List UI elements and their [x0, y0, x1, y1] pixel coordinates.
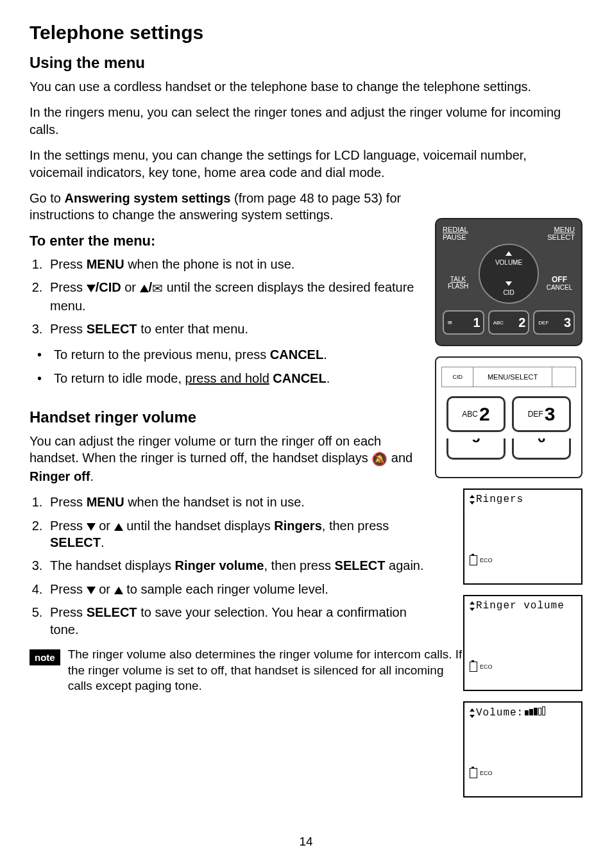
lcd-screen-ringer-volume: Ringer volume ECO	[463, 595, 582, 691]
body-text: You can use a cordless handset or the te…	[30, 78, 582, 95]
battery-icon	[470, 768, 477, 778]
body-text: Go to Answering system settings (from pa…	[30, 190, 421, 224]
key-2: ABC2	[488, 310, 530, 335]
lcd-screen-ringers: Ringers ECO	[463, 488, 582, 585]
up-down-icon	[470, 708, 476, 717]
handset-illustration: REDIALPAUSE MENUSELECT VOLUME CID TALKFL…	[435, 218, 582, 346]
down-arrow-icon	[87, 523, 96, 531]
volume-bars-icon	[525, 706, 545, 715]
battery-icon	[470, 555, 477, 565]
voicemail-icon: ✉	[448, 320, 452, 326]
up-arrow-icon	[140, 285, 149, 292]
illustration-column: REDIALPAUSE MENUSELECT VOLUME CID TALKFL…	[435, 218, 582, 808]
up-down-icon	[470, 495, 476, 504]
body-text: You can adjust the ringer volume or turn…	[30, 433, 421, 485]
note-text: The ringer volume also determines the ri…	[68, 647, 466, 694]
base-key-2: ABC2	[446, 396, 506, 432]
body-text: In the ringers menu, you can select the …	[30, 104, 582, 138]
key-1: ✉1	[443, 310, 484, 335]
page-number: 14	[0, 835, 612, 849]
list-item: The handset displays Ringer volume, then…	[46, 557, 438, 574]
page-title: Telephone settings	[30, 22, 582, 44]
key-3: DEF3	[533, 310, 575, 335]
list-item: Press /CID or /✉ until the screen displa…	[46, 279, 441, 314]
note-badge: note	[30, 649, 60, 665]
no-ringer-icon: 🔕	[371, 451, 387, 467]
base-key-3: DEF3	[512, 396, 571, 432]
step-list: Press MENU when the handset is not in us…	[30, 494, 438, 638]
list-item: Press SELECT to save your selection. You…	[46, 604, 438, 638]
base-key-6: 6	[512, 438, 571, 460]
list-item: Press MENU when the handset is not in us…	[46, 494, 438, 510]
down-arrow-icon	[87, 587, 96, 594]
list-item: Press or to sample each ringer volume le…	[46, 581, 438, 597]
envelope-icon: ✉	[152, 280, 163, 297]
base-key-5: 5	[446, 438, 506, 460]
section-heading: Using the menu	[30, 54, 582, 72]
body-text: In the settings menu, you can change the…	[30, 147, 582, 181]
up-arrow-icon	[114, 523, 123, 531]
down-arrow-icon	[87, 285, 96, 292]
base-illustration: CID MENU/SELECT ABC2 DEF3 5 6	[435, 356, 582, 478]
battery-icon	[470, 662, 477, 672]
list-item: Press or until the handset displays Ring…	[46, 517, 438, 551]
nav-pad-icon: VOLUME CID	[479, 244, 539, 304]
up-arrow-icon	[114, 587, 123, 594]
lcd-screen-volume-level: Volume: ECO	[463, 701, 582, 797]
up-down-icon	[470, 601, 476, 610]
